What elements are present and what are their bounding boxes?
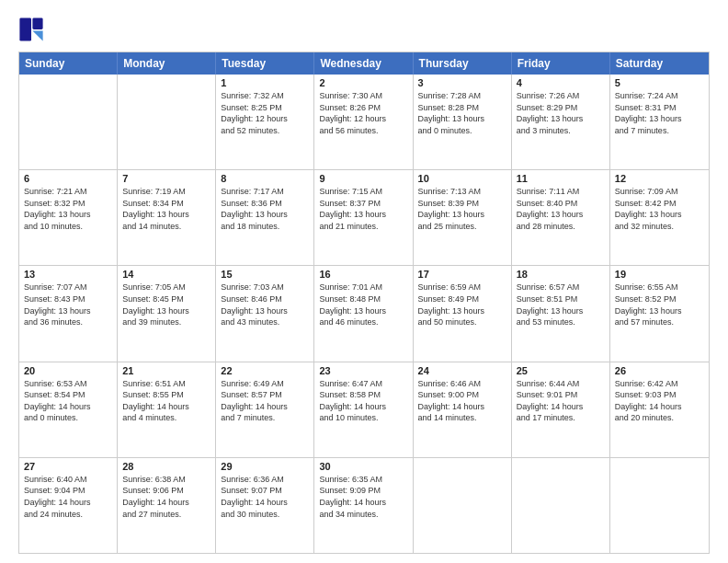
calendar-row-3: 20Sunrise: 6:53 AM Sunset: 8:54 PM Dayli… (19, 362, 709, 457)
calendar-cell-18: 18Sunrise: 6:57 AM Sunset: 8:51 PM Dayli… (512, 266, 610, 361)
calendar-cell-2: 2Sunrise: 7:30 AM Sunset: 8:26 PM Daylig… (314, 75, 413, 169)
cell-info: Sunrise: 6:40 AM Sunset: 9:04 PM Dayligh… (24, 474, 112, 520)
day-number: 27 (24, 461, 112, 472)
cell-info: Sunrise: 7:15 AM Sunset: 8:37 PM Dayligh… (319, 186, 407, 232)
calendar-cell-10: 10Sunrise: 7:13 AM Sunset: 8:39 PM Dayli… (414, 170, 512, 265)
weekday-header-friday: Friday (512, 52, 610, 75)
day-number: 17 (418, 269, 506, 280)
cell-info: Sunrise: 7:30 AM Sunset: 8:26 PM Dayligh… (319, 90, 407, 136)
day-number: 5 (615, 77, 704, 88)
calendar-cell-8: 8Sunrise: 7:17 AM Sunset: 8:36 PM Daylig… (216, 170, 314, 265)
cell-info: Sunrise: 7:11 AM Sunset: 8:40 PM Dayligh… (517, 186, 605, 232)
calendar-cell-empty (118, 75, 216, 169)
calendar-cell-5: 5Sunrise: 7:24 AM Sunset: 8:31 PM Daylig… (610, 75, 709, 169)
cell-info: Sunrise: 7:07 AM Sunset: 8:43 PM Dayligh… (24, 282, 112, 327)
day-number: 2 (319, 77, 407, 88)
calendar-cell-26: 26Sunrise: 6:42 AM Sunset: 9:03 PM Dayli… (610, 362, 709, 457)
calendar-cell-27: 27Sunrise: 6:40 AM Sunset: 9:04 PM Dayli… (19, 458, 118, 553)
logo (18, 17, 48, 42)
cell-info: Sunrise: 6:57 AM Sunset: 8:51 PM Dayligh… (517, 282, 605, 327)
svg-rect-2 (32, 17, 42, 29)
cell-info: Sunrise: 6:55 AM Sunset: 8:52 PM Dayligh… (615, 282, 704, 327)
cell-info: Sunrise: 6:36 AM Sunset: 9:07 PM Dayligh… (221, 474, 309, 520)
cell-info: Sunrise: 7:21 AM Sunset: 8:32 PM Dayligh… (24, 186, 112, 232)
weekday-header-saturday: Saturday (610, 52, 709, 75)
cell-info: Sunrise: 6:51 AM Sunset: 8:55 PM Dayligh… (122, 378, 210, 424)
calendar-cell-19: 19Sunrise: 6:55 AM Sunset: 8:52 PM Dayli… (610, 266, 709, 361)
calendar-row-4: 27Sunrise: 6:40 AM Sunset: 9:04 PM Dayli… (19, 457, 709, 553)
calendar-body: 1Sunrise: 7:32 AM Sunset: 8:25 PM Daylig… (19, 75, 709, 553)
calendar-cell-15: 15Sunrise: 7:03 AM Sunset: 8:46 PM Dayli… (216, 266, 314, 361)
calendar-cell-14: 14Sunrise: 7:05 AM Sunset: 8:45 PM Dayli… (118, 266, 216, 361)
day-number: 4 (517, 77, 605, 88)
day-number: 30 (319, 461, 407, 472)
calendar-cell-28: 28Sunrise: 6:38 AM Sunset: 9:06 PM Dayli… (118, 458, 216, 553)
cell-info: Sunrise: 6:47 AM Sunset: 8:58 PM Dayligh… (319, 378, 407, 424)
day-number: 1 (221, 77, 309, 88)
calendar-cell-empty (610, 458, 709, 553)
calendar-cell-20: 20Sunrise: 6:53 AM Sunset: 8:54 PM Dayli… (19, 362, 118, 457)
calendar-cell-29: 29Sunrise: 6:36 AM Sunset: 9:07 PM Dayli… (216, 458, 314, 553)
day-number: 8 (221, 173, 309, 184)
weekday-header-thursday: Thursday (414, 52, 512, 75)
calendar-cell-7: 7Sunrise: 7:19 AM Sunset: 8:34 PM Daylig… (118, 170, 216, 265)
calendar-cell-empty (19, 75, 118, 169)
day-number: 12 (615, 173, 704, 184)
calendar-cell-16: 16Sunrise: 7:01 AM Sunset: 8:48 PM Dayli… (314, 266, 413, 361)
day-number: 18 (517, 269, 605, 280)
calendar-cell-1: 1Sunrise: 7:32 AM Sunset: 8:25 PM Daylig… (216, 75, 314, 169)
day-number: 28 (122, 461, 210, 472)
day-number: 19 (615, 269, 704, 280)
calendar-cell-6: 6Sunrise: 7:21 AM Sunset: 8:32 PM Daylig… (19, 170, 118, 265)
weekday-header-sunday: Sunday (19, 52, 118, 75)
calendar-cell-12: 12Sunrise: 7:09 AM Sunset: 8:42 PM Dayli… (610, 170, 709, 265)
calendar-cell-3: 3Sunrise: 7:28 AM Sunset: 8:28 PM Daylig… (414, 75, 512, 169)
day-number: 23 (319, 365, 407, 376)
cell-info: Sunrise: 7:32 AM Sunset: 8:25 PM Dayligh… (221, 90, 309, 136)
cell-info: Sunrise: 6:44 AM Sunset: 9:01 PM Dayligh… (517, 378, 605, 424)
day-number: 11 (517, 173, 605, 184)
calendar-row-1: 6Sunrise: 7:21 AM Sunset: 8:32 PM Daylig… (19, 169, 709, 265)
svg-rect-1 (19, 17, 31, 40)
day-number: 10 (418, 173, 506, 184)
day-number: 9 (319, 173, 407, 184)
weekday-header-monday: Monday (118, 52, 216, 75)
cell-info: Sunrise: 7:19 AM Sunset: 8:34 PM Dayligh… (122, 186, 210, 232)
day-number: 24 (418, 365, 506, 376)
calendar-cell-22: 22Sunrise: 6:49 AM Sunset: 8:57 PM Dayli… (216, 362, 314, 457)
calendar-cell-30: 30Sunrise: 6:35 AM Sunset: 9:09 PM Dayli… (314, 458, 413, 553)
weekday-header-wednesday: Wednesday (314, 52, 413, 75)
day-number: 13 (24, 269, 112, 280)
day-number: 22 (221, 365, 309, 376)
day-number: 20 (24, 365, 112, 376)
calendar-row-0: 1Sunrise: 7:32 AM Sunset: 8:25 PM Daylig… (19, 75, 709, 169)
calendar-cell-23: 23Sunrise: 6:47 AM Sunset: 8:58 PM Dayli… (314, 362, 413, 457)
calendar-cell-13: 13Sunrise: 7:07 AM Sunset: 8:43 PM Dayli… (19, 266, 118, 361)
calendar-header: SundayMondayTuesdayWednesdayThursdayFrid… (19, 52, 709, 75)
cell-info: Sunrise: 7:26 AM Sunset: 8:29 PM Dayligh… (517, 90, 605, 136)
cell-info: Sunrise: 7:01 AM Sunset: 8:48 PM Dayligh… (319, 282, 407, 327)
cell-info: Sunrise: 7:09 AM Sunset: 8:42 PM Dayligh… (615, 186, 704, 232)
cell-info: Sunrise: 7:03 AM Sunset: 8:46 PM Dayligh… (221, 282, 309, 327)
calendar-cell-17: 17Sunrise: 6:59 AM Sunset: 8:49 PM Dayli… (414, 266, 512, 361)
calendar: SundayMondayTuesdayWednesdayThursdayFrid… (18, 52, 710, 554)
cell-info: Sunrise: 7:24 AM Sunset: 8:31 PM Dayligh… (615, 90, 704, 136)
day-number: 25 (517, 365, 605, 376)
cell-info: Sunrise: 7:17 AM Sunset: 8:36 PM Dayligh… (221, 186, 309, 232)
day-number: 29 (221, 461, 309, 472)
cell-info: Sunrise: 6:38 AM Sunset: 9:06 PM Dayligh… (122, 474, 210, 520)
calendar-cell-empty (414, 458, 512, 553)
calendar-cell-empty (512, 458, 610, 553)
calendar-cell-21: 21Sunrise: 6:51 AM Sunset: 8:55 PM Dayli… (118, 362, 216, 457)
cell-info: Sunrise: 6:35 AM Sunset: 9:09 PM Dayligh… (319, 474, 407, 520)
cell-info: Sunrise: 6:49 AM Sunset: 8:57 PM Dayligh… (221, 378, 309, 424)
day-number: 16 (319, 269, 407, 280)
day-number: 3 (418, 77, 506, 88)
calendar-cell-9: 9Sunrise: 7:15 AM Sunset: 8:37 PM Daylig… (314, 170, 413, 265)
day-number: 21 (122, 365, 210, 376)
weekday-header-tuesday: Tuesday (216, 52, 314, 75)
cell-info: Sunrise: 7:28 AM Sunset: 8:28 PM Dayligh… (418, 90, 506, 136)
calendar-cell-24: 24Sunrise: 6:46 AM Sunset: 9:00 PM Dayli… (414, 362, 512, 457)
header (18, 17, 710, 42)
day-number: 26 (615, 365, 704, 376)
